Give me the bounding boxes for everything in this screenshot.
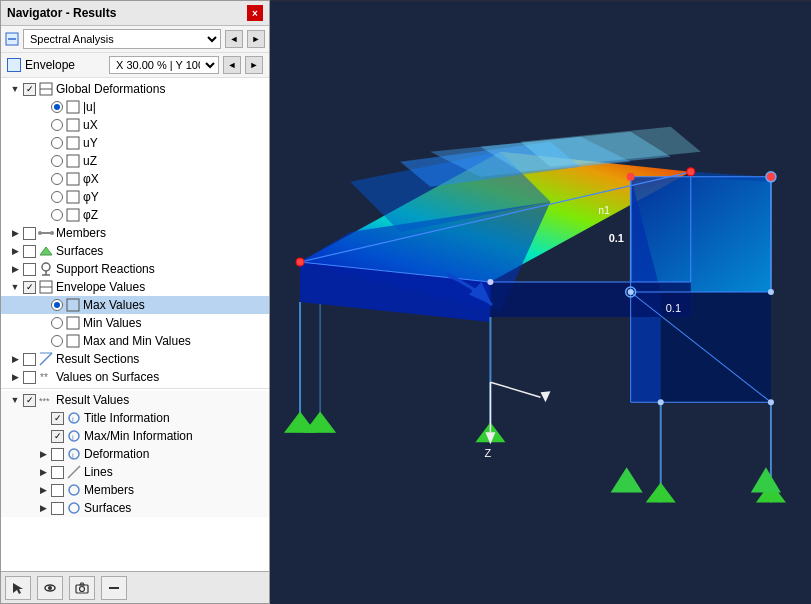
checkbox-deformation[interactable] [51, 448, 64, 461]
svg-marker-41 [80, 583, 84, 585]
u-abs-icon [65, 99, 81, 115]
uz-item[interactable]: uZ [1, 152, 269, 170]
members-bottom-item[interactable]: ▶ Members [1, 481, 269, 499]
phix-item[interactable]: φX [1, 170, 269, 188]
expand-deformation[interactable]: ▶ [35, 446, 51, 462]
ux-icon [65, 117, 81, 133]
result-values-item[interactable]: ▼ *** Result Values [1, 391, 269, 409]
members-item[interactable]: ▶ Members [1, 224, 269, 242]
surfaces-label: Surfaces [54, 244, 103, 258]
pointer-button[interactable] [5, 576, 31, 600]
expand-envelope-values[interactable]: ▼ [7, 279, 23, 295]
radio-uz[interactable] [51, 155, 63, 167]
expand-values-on-surfaces[interactable]: ▶ [7, 369, 23, 385]
svg-point-15 [42, 263, 50, 271]
toolbar-next-button[interactable]: ► [247, 30, 265, 48]
checkbox-surfaces-bottom[interactable] [51, 502, 64, 515]
radio-phiy[interactable] [51, 191, 63, 203]
radio-uy[interactable] [51, 137, 63, 149]
main-viewport: Z 0.1 0.1 n1 [270, 0, 811, 604]
phiz-item[interactable]: φZ [1, 206, 269, 224]
min-values-item[interactable]: Min Values [1, 314, 269, 332]
envelope-values-icon [38, 279, 54, 295]
u-abs-item[interactable]: |u| [1, 98, 269, 116]
radio-phix[interactable] [51, 173, 63, 185]
checkbox-result-values[interactable] [23, 394, 36, 407]
analysis-select[interactable]: Spectral Analysis [23, 29, 221, 49]
expand-surfaces-bottom[interactable]: ▶ [35, 500, 51, 516]
svg-text:0.1: 0.1 [609, 232, 624, 244]
maxmin-information-item[interactable]: i Max/Min Information [1, 427, 269, 445]
max-values-item[interactable]: Max Values [1, 296, 269, 314]
maxmin-information-icon: i [66, 428, 82, 444]
nav-tree: ▼ Global Deformations |u| [1, 78, 269, 519]
checkbox-surfaces[interactable] [23, 245, 36, 258]
surfaces-icon [38, 243, 54, 259]
radio-max-values[interactable] [51, 299, 63, 311]
result-values-label: Result Values [54, 393, 129, 407]
camera-button[interactable] [69, 576, 95, 600]
ux-label: uX [81, 118, 98, 132]
expand-surfaces[interactable]: ▶ [7, 243, 23, 259]
radio-min-values[interactable] [51, 317, 63, 329]
global-deformations-item[interactable]: ▼ Global Deformations [1, 80, 269, 98]
radio-ux[interactable] [51, 119, 63, 131]
expand-support-reactions[interactable]: ▶ [7, 261, 23, 277]
expand-lines[interactable]: ▶ [35, 464, 51, 480]
titlebar: Navigator - Results × [1, 1, 269, 26]
close-button[interactable]: × [247, 5, 263, 21]
svg-text:i: i [72, 451, 74, 460]
checkbox-lines[interactable] [51, 466, 64, 479]
expand-result-sections[interactable]: ▶ [7, 351, 23, 367]
expand-global-deformations[interactable]: ▼ [7, 81, 23, 97]
deformation-item[interactable]: ▶ i Deformation [1, 445, 269, 463]
envelope-values-item[interactable]: ▼ Envelope Values [1, 278, 269, 296]
result-sections-item[interactable]: ▶ Result Sections [1, 350, 269, 368]
envelope-prev-button[interactable]: ◄ [223, 56, 241, 74]
surfaces-bottom-item[interactable]: ▶ Surfaces [1, 499, 269, 517]
spectral-icon [5, 32, 19, 46]
checkbox-result-sections[interactable] [23, 353, 36, 366]
checkbox-maxmin-information[interactable] [51, 430, 64, 443]
members-bottom-label: Members [82, 483, 134, 497]
checkbox-values-on-surfaces[interactable] [23, 371, 36, 384]
svg-point-27 [69, 413, 79, 423]
expand-members-bottom[interactable]: ▶ [35, 482, 51, 498]
radio-phiz[interactable] [51, 209, 63, 221]
envelope-next-button[interactable]: ► [245, 56, 263, 74]
eye-button[interactable] [37, 576, 63, 600]
checkbox-envelope-values[interactable] [23, 281, 36, 294]
pointer-icon [11, 581, 25, 595]
surfaces-item[interactable]: ▶ Surfaces [1, 242, 269, 260]
svg-rect-9 [67, 191, 79, 203]
values-on-surfaces-item[interactable]: ▶ ** Values on Surfaces [1, 368, 269, 386]
ux-item[interactable]: uX [1, 116, 269, 134]
checkbox-members-bottom[interactable] [51, 484, 64, 497]
checkbox-global-deformations[interactable] [23, 83, 36, 96]
result-sections-label: Result Sections [54, 352, 139, 366]
max-min-values-item[interactable]: Max and Min Values [1, 332, 269, 350]
envelope-select[interactable]: X 30.00 % | Y 100.00 % [109, 56, 219, 74]
expand-result-values[interactable]: ▼ [7, 392, 23, 408]
eye-icon [43, 581, 57, 595]
members-label: Members [54, 226, 106, 240]
svg-point-80 [296, 258, 304, 266]
max-min-values-label: Max and Min Values [81, 334, 191, 348]
result-values-icon: *** [38, 392, 54, 408]
uy-item[interactable]: uY [1, 134, 269, 152]
support-reactions-item[interactable]: ▶ Support Reactions [1, 260, 269, 278]
checkbox-members[interactable] [23, 227, 36, 240]
lines-item[interactable]: ▶ Lines [1, 463, 269, 481]
line-button[interactable] [101, 576, 127, 600]
phiy-item[interactable]: φY [1, 188, 269, 206]
radio-max-min-values[interactable] [51, 335, 63, 347]
checkbox-title-information[interactable] [51, 412, 64, 425]
radio-u-abs[interactable] [51, 101, 63, 113]
max-min-values-icon [65, 333, 81, 349]
expand-members[interactable]: ▶ [7, 225, 23, 241]
toolbar-prev-button[interactable]: ◄ [225, 30, 243, 48]
expand-u-abs [35, 99, 51, 115]
checkbox-support-reactions[interactable] [23, 263, 36, 276]
title-information-item[interactable]: i Title Information [1, 409, 269, 427]
title-information-icon: i [66, 410, 82, 426]
